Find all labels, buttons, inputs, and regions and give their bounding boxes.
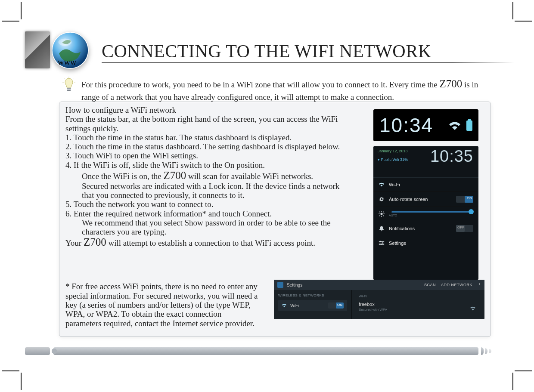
row-settings-label: Settings [389, 241, 473, 246]
row-notifications[interactable]: Notifications [373, 221, 478, 236]
settings-ssid[interactable]: freebox [359, 302, 478, 307]
globe-www-label: www [58, 57, 76, 67]
rotate-icon [379, 196, 385, 202]
settings-menu-icon[interactable]: ⋮ [478, 283, 481, 287]
step-2: 2. Touch the time in the status dashboar… [65, 142, 367, 151]
closing-line: Your Z700 will attempt to establish a co… [65, 236, 367, 248]
svg-rect-23 [380, 241, 381, 242]
svg-point-11 [380, 213, 382, 215]
screenshot-settings: Settings SCAN ADD NETWORK ⋮ WIRELESS & N… [274, 280, 484, 319]
closing-after: will attempt to establish a connection t… [106, 238, 315, 247]
svg-line-8 [73, 78, 74, 79]
svg-line-16 [379, 212, 380, 213]
notifications-icon [379, 225, 385, 231]
step-4-sub-a-chip: Z700 [163, 170, 186, 181]
instructions-preamble: From the status bar, at the bottom right… [65, 114, 341, 133]
intro-text-before: For this procedure to work, you need to … [81, 80, 440, 89]
page-title: CONNECTING TO THE WIFI NETWORK [102, 41, 515, 62]
screenshot-statusbar: 10:34 [373, 109, 478, 141]
settings-sliders-icon [379, 240, 385, 246]
step-4: 4. If the WiFi is off, slide the WiFi sw… [65, 161, 367, 170]
statusbar-time: 10:34 [379, 114, 433, 137]
svg-line-19 [379, 216, 380, 216]
wifi-lock-icon [470, 306, 476, 312]
autorotate-toggle[interactable] [456, 196, 473, 203]
brightness-sub: AUTO [389, 214, 473, 217]
svg-rect-3 [67, 90, 71, 91]
footnote: * For free access WiFi points, there is … [65, 282, 259, 327]
brightness-slider[interactable] [391, 211, 473, 213]
svg-line-7 [64, 78, 65, 79]
row-brightness[interactable]: AUTO [373, 207, 478, 221]
svg-rect-25 [381, 244, 382, 245]
settings-section: WIRELESS & NETWORKS [278, 293, 347, 297]
title-underline [102, 62, 515, 63]
settings-wifi-label: WiFi [290, 303, 299, 308]
step-6-sub: We recommend that you select Show passwo… [82, 218, 336, 237]
step-1: 1. Touch the time in the status bar. The… [65, 133, 367, 142]
svg-rect-21 [379, 243, 384, 243]
wifi-icon [282, 303, 287, 308]
step-4-sub-b: Secured networks are indicated with a Lo… [82, 182, 353, 200]
row-wifi-label: Wi-Fi [389, 182, 473, 187]
row-settings[interactable]: Settings [373, 236, 478, 250]
instructions-heading: How to configure a WiFi network [65, 105, 367, 114]
svg-rect-20 [379, 241, 384, 242]
screenshot-dashboard: January 12, 2013 10:35 ▾ Public Wifi 31%… [373, 146, 478, 280]
intro-chip: Z700 [440, 78, 463, 90]
svg-rect-9 [466, 120, 472, 131]
step-4-sub-a-after: will scan for available WiFi networks. [186, 172, 313, 181]
svg-line-18 [383, 212, 384, 213]
wifi-icon [448, 120, 461, 130]
step-4-sub-a: Once the WiFi is on, the Z700 will scan … [82, 170, 367, 182]
closing-before: Your [65, 238, 84, 247]
step-5: 5. Touch the network you want to connect… [65, 200, 367, 209]
battery-icon [466, 119, 473, 131]
globe-icon: www [52, 32, 89, 69]
settings-ssid-sub: Secured with WPA [359, 308, 478, 312]
row-wifi[interactable]: Wi-Fi [373, 178, 478, 192]
intro-paragraph: For this procedure to work, you need to … [81, 77, 495, 103]
step-6: 6. Enter the required network informatio… [65, 209, 367, 218]
dashboard-time: 10:35 [430, 147, 473, 166]
page-footer-bar [25, 347, 493, 355]
settings-add-network[interactable]: ADD NETWORK [441, 283, 472, 287]
instruction-panel: How to configure a WiFi network From the… [59, 102, 491, 337]
row-autorotate[interactable]: Auto-rotate screen [373, 192, 478, 207]
settings-scan[interactable]: SCAN [424, 283, 436, 287]
svg-rect-10 [468, 119, 471, 120]
brightness-icon [379, 211, 385, 217]
settings-wifi-row[interactable]: WiFi [278, 300, 347, 311]
svg-point-1 [58, 38, 71, 46]
row-notifications-label: Notifications [389, 226, 452, 231]
settings-wifi-toggle[interactable] [328, 302, 344, 309]
settings-grid-icon [277, 282, 283, 288]
header-metal-swatch [25, 31, 50, 68]
svg-rect-2 [67, 88, 71, 90]
dashboard-network-text: Public Wifi 31% [381, 157, 408, 162]
closing-chip: Z700 [84, 236, 106, 248]
notifications-toggle[interactable] [456, 225, 473, 232]
row-autorotate-label: Auto-rotate screen [389, 197, 452, 202]
lightbulb-icon [62, 77, 75, 94]
wifi-small-icon [379, 182, 385, 188]
step-3: 3. Touch WiFi to open the WiFi settings. [65, 151, 367, 160]
svg-line-17 [383, 216, 384, 216]
settings-title: Settings [287, 283, 302, 287]
step-4-sub-a-before: Once the WiFi is on, the [82, 172, 163, 181]
svg-rect-24 [382, 242, 383, 244]
